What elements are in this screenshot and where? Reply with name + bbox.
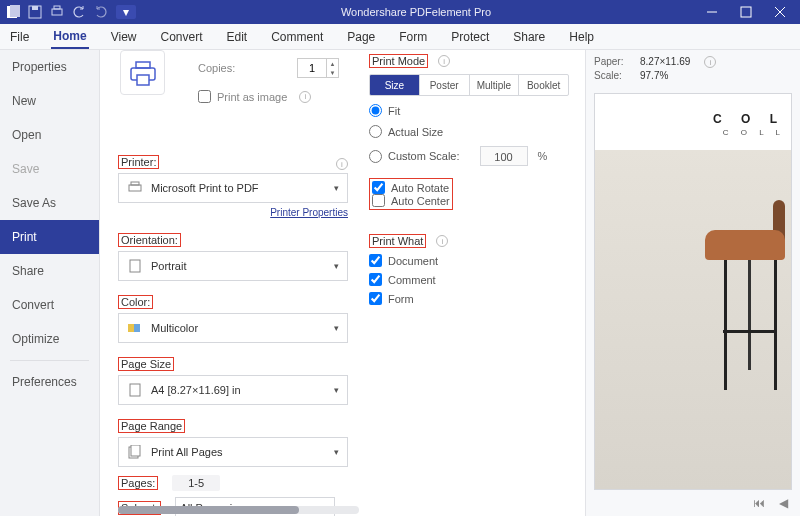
preview-column: Paper:8.27×11.69i Scale:97.7% C O L C O … [585, 50, 800, 516]
color-swatch-icon [127, 320, 143, 336]
chevron-down-icon: ▾ [334, 183, 339, 193]
fit-radio[interactable] [369, 104, 382, 117]
svg-rect-20 [131, 445, 140, 456]
first-page-button[interactable]: ⏮ [753, 496, 765, 510]
custom-scale-input[interactable]: 100 [480, 146, 528, 166]
menu-comment[interactable]: Comment [269, 26, 325, 48]
save-icon[interactable] [28, 5, 42, 19]
printer-dropdown[interactable]: Microsoft Print to PDF ▾ [118, 173, 348, 203]
undo-icon[interactable] [72, 5, 86, 19]
info-icon[interactable]: i [438, 55, 450, 67]
info-icon[interactable]: i [436, 235, 448, 247]
sidebar-item-save-as[interactable]: Save As [0, 186, 99, 220]
page-range-dropdown[interactable]: Print All Pages ▾ [118, 437, 348, 467]
copies-spinner[interactable]: ▲▼ [327, 58, 339, 78]
menu-form[interactable]: Form [397, 26, 429, 48]
app-logo-icon [6, 5, 20, 19]
menu-share[interactable]: Share [511, 26, 547, 48]
scale-value: 97.7% [640, 70, 668, 81]
color-dropdown[interactable]: Multicolor ▾ [118, 313, 348, 343]
qat-dropdown-icon[interactable]: ▾ [116, 5, 136, 19]
pages-icon [127, 444, 143, 460]
fit-label: Fit [388, 105, 400, 117]
page-portrait-icon [127, 258, 143, 274]
menu-convert[interactable]: Convert [158, 26, 204, 48]
auto-center-checkbox[interactable] [372, 194, 385, 207]
printer-image-card [120, 50, 165, 95]
orientation-value: Portrait [151, 260, 326, 272]
svg-rect-18 [130, 384, 140, 396]
color-value: Multicolor [151, 322, 326, 334]
menu-file[interactable]: File [8, 26, 31, 48]
page-size-dropdown[interactable]: A4 [8.27×11.69] in ▾ [118, 375, 348, 405]
page-range-section-label: Page Range [118, 419, 185, 433]
print-comment-checkbox[interactable] [369, 273, 382, 286]
auto-options-group: Auto Rotate Auto Center [369, 178, 453, 210]
copies-input[interactable] [297, 58, 327, 78]
sidebar-item-preferences[interactable]: Preferences [0, 365, 99, 399]
sidebar-item-open[interactable]: Open [0, 118, 99, 152]
print-icon[interactable] [50, 5, 64, 19]
sidebar-item-save[interactable]: Save [0, 152, 99, 186]
chair-leg [774, 260, 777, 390]
svg-rect-16 [128, 324, 134, 332]
minimize-button[interactable] [696, 2, 728, 22]
printer-value: Microsoft Print to PDF [151, 182, 326, 194]
sidebar-item-share[interactable]: Share [0, 254, 99, 288]
actual-size-radio[interactable] [369, 125, 382, 138]
print-document-checkbox[interactable] [369, 254, 382, 267]
auto-rotate-checkbox[interactable] [372, 181, 385, 194]
tab-size[interactable]: Size [370, 75, 420, 95]
redo-icon[interactable] [94, 5, 108, 19]
scrollbar-thumb[interactable] [118, 506, 299, 514]
page-icon [127, 382, 143, 398]
chair-seat [705, 230, 785, 260]
sidebar-item-new[interactable]: New [0, 84, 99, 118]
menu-help[interactable]: Help [567, 26, 596, 48]
orientation-dropdown[interactable]: Portrait ▾ [118, 251, 348, 281]
tab-booklet[interactable]: Booklet [519, 75, 568, 95]
info-icon[interactable]: i [704, 56, 716, 68]
info-icon[interactable]: i [336, 158, 348, 170]
custom-scale-radio[interactable] [369, 150, 382, 163]
menu-view[interactable]: View [109, 26, 139, 48]
print-what-header: Print What [369, 234, 426, 248]
menu-edit[interactable]: Edit [225, 26, 250, 48]
actual-size-label: Actual Size [388, 126, 443, 138]
pages-value[interactable]: 1-5 [172, 475, 220, 491]
print-form-checkbox[interactable] [369, 292, 382, 305]
pages-label: Pages: [118, 476, 158, 490]
preview-image [595, 150, 791, 489]
chair-leg [724, 260, 727, 390]
svg-rect-15 [130, 260, 140, 272]
printer-properties-link[interactable]: Printer Properties [270, 207, 348, 218]
preview-nav: ⏮ ◀ [594, 490, 792, 516]
tab-multiple[interactable]: Multiple [470, 75, 520, 95]
window-title: Wondershare PDFelement Pro [136, 6, 696, 18]
svg-rect-5 [54, 6, 60, 9]
menu-home[interactable]: Home [51, 25, 88, 49]
tab-poster[interactable]: Poster [420, 75, 470, 95]
custom-scale-label: Custom Scale: [388, 150, 460, 162]
menu-protect[interactable]: Protect [449, 26, 491, 48]
printer-section-label: Printer: [118, 155, 159, 169]
svg-rect-17 [134, 324, 140, 332]
svg-rect-14 [131, 182, 139, 185]
maximize-button[interactable] [730, 2, 762, 22]
info-icon[interactable]: i [299, 91, 311, 103]
titlebar: ▾ Wondershare PDFelement Pro [0, 0, 800, 24]
menu-page[interactable]: Page [345, 26, 377, 48]
orientation-section-label: Orientation: [118, 233, 181, 247]
sidebar-item-convert[interactable]: Convert [0, 288, 99, 322]
close-button[interactable] [764, 2, 796, 22]
chevron-down-icon: ▾ [334, 447, 339, 457]
horizontal-scrollbar[interactable] [118, 506, 359, 514]
sidebar-item-optimize[interactable]: Optimize [0, 322, 99, 356]
print-comment-label: Comment [388, 274, 436, 286]
sidebar-item-print[interactable]: Print [0, 220, 99, 254]
prev-page-button[interactable]: ◀ [779, 496, 788, 510]
sidebar-item-properties[interactable]: Properties [0, 50, 99, 84]
print-form-label: Form [388, 293, 414, 305]
preview-page: C O L C O L L [594, 93, 792, 490]
print-as-image-checkbox[interactable] [198, 90, 211, 103]
